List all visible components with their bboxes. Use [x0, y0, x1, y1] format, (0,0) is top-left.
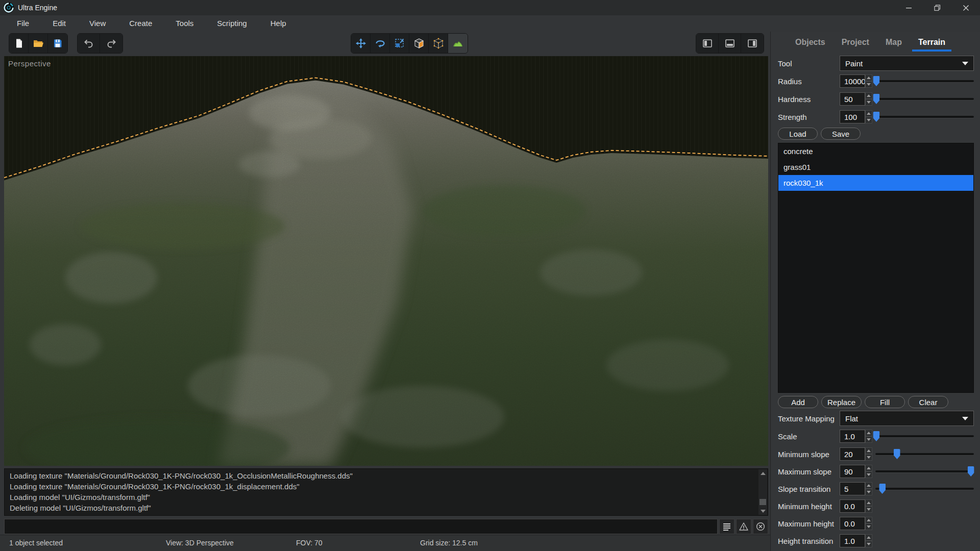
warnings-filter-button[interactable] [736, 519, 751, 534]
minimize-button[interactable] [894, 0, 923, 15]
maximum-height-spinner[interactable] [865, 517, 872, 530]
minimum-slope-input[interactable] [840, 447, 865, 461]
strength-spinner[interactable] [865, 110, 872, 123]
menu-file[interactable]: File [5, 15, 41, 32]
scale-row: Scale [778, 429, 974, 444]
minimum-height-spinner[interactable] [865, 499, 872, 513]
strength-slider[interactable] [875, 110, 974, 123]
console-log: Loading texture "Materials/Ground/Rock03… [4, 468, 768, 516]
console-line: Loading model "UI/Gizmos/transform.gltf" [10, 492, 754, 503]
status-selection: 1 object selected [9, 539, 63, 547]
tab-objects[interactable]: Objects [789, 32, 831, 53]
minimum-height-input[interactable] [840, 499, 865, 513]
texture-mapping-value: Flat [845, 414, 858, 423]
height-transition-spinner[interactable] [865, 534, 872, 547]
layer-rock030-1k[interactable]: rock030_1k [778, 175, 973, 191]
radius-spinner[interactable] [865, 74, 872, 88]
hardness-input[interactable] [840, 92, 865, 106]
console-command-input[interactable] [4, 519, 718, 534]
close-button[interactable] [951, 0, 980, 15]
slope-transition-spinner[interactable] [865, 482, 872, 495]
solid-view-button[interactable] [409, 34, 429, 53]
replace-layer-button[interactable]: Replace [821, 396, 862, 408]
terrain-paint-button[interactable] [448, 34, 468, 53]
layer-actions-row: Add Replace Fill Clear [778, 396, 974, 408]
minimum-slope-label: Minimum slope [778, 450, 840, 459]
terrain-icon [452, 38, 463, 49]
log-filter-button[interactable] [719, 519, 734, 534]
slope-transition-input[interactable] [840, 482, 865, 495]
load-save-row: Load Save [778, 128, 974, 140]
redo-button[interactable] [100, 34, 122, 53]
layer-grass01[interactable]: grass01 [778, 159, 973, 175]
console-scrollbar[interactable] [758, 469, 767, 515]
menu-edit[interactable]: Edit [41, 15, 78, 32]
errors-filter-button[interactable] [753, 519, 768, 534]
scale-slider[interactable] [875, 430, 974, 443]
viewport-3d[interactable]: Perspective [4, 56, 768, 466]
layer-concrete[interactable]: concrete [778, 143, 973, 159]
open-file-button[interactable] [29, 34, 48, 53]
chevron-down-icon [962, 417, 968, 420]
maximum-slope-spinner[interactable] [865, 465, 872, 478]
add-layer-button[interactable]: Add [778, 396, 818, 408]
viewport-label: Perspective [8, 59, 51, 68]
scroll-up-arrow[interactable] [758, 469, 767, 477]
radius-slider[interactable] [875, 74, 974, 88]
maximum-slope-input[interactable] [840, 465, 865, 478]
texture-layer-list[interactable]: concrete grass01 rock030_1k [778, 143, 974, 393]
close-icon [963, 5, 969, 11]
tab-terrain[interactable]: Terrain [912, 32, 951, 53]
undo-button[interactable] [78, 34, 100, 53]
new-file-button[interactable] [9, 34, 29, 53]
load-button[interactable]: Load [778, 128, 818, 140]
scroll-thumb[interactable] [760, 499, 766, 505]
slope-transition-slider[interactable] [875, 482, 974, 495]
minimum-slope-spinner[interactable] [865, 447, 872, 461]
scroll-down-arrow[interactable] [758, 507, 767, 515]
menu-scripting[interactable]: Scripting [205, 15, 258, 32]
layout-bottom-panel-button[interactable] [719, 34, 741, 53]
save-button[interactable] [48, 34, 67, 53]
minimize-icon [905, 5, 912, 11]
tool-dropdown[interactable]: Paint [840, 56, 974, 71]
menu-tools[interactable]: Tools [164, 15, 205, 32]
clear-layer-button[interactable]: Clear [908, 396, 948, 408]
scale-input[interactable] [840, 430, 865, 443]
hardness-slider[interactable] [875, 92, 974, 106]
minimum-slope-slider[interactable] [875, 447, 974, 461]
save-icon [52, 38, 63, 49]
height-transition-row: Height transition [778, 534, 974, 548]
scale-spinner[interactable] [865, 430, 872, 443]
layout-right-panel-button[interactable] [741, 34, 764, 53]
height-transition-input[interactable] [840, 534, 865, 547]
error-icon [756, 522, 765, 531]
app-window: Ultra Engine File Edit View Create Tools [0, 0, 980, 551]
move-icon [355, 38, 366, 49]
vertex-view-button[interactable] [429, 34, 448, 53]
save-button-panel[interactable]: Save [821, 128, 861, 140]
slope-transition-label: Slope transition [778, 485, 840, 493]
menu-help[interactable]: Help [259, 15, 298, 32]
strength-label: Strength [778, 113, 840, 121]
layout-left-icon [702, 38, 713, 49]
rotate-icon [375, 38, 386, 49]
restore-button[interactable] [923, 0, 951, 15]
strength-input[interactable] [840, 110, 865, 123]
tab-map[interactable]: Map [879, 32, 908, 53]
radius-input[interactable] [840, 74, 865, 88]
move-tool-button[interactable] [351, 34, 371, 53]
terrain-panel: Objects Project Map Terrain Tool Paint R… [770, 32, 980, 551]
menubar: File Edit View Create Tools Scripting He… [0, 15, 980, 32]
hardness-spinner[interactable] [865, 92, 872, 106]
menu-create[interactable]: Create [117, 15, 164, 32]
tab-project[interactable]: Project [836, 32, 875, 53]
menu-view[interactable]: View [78, 15, 117, 32]
texture-mapping-dropdown[interactable]: Flat [840, 411, 974, 426]
maximum-height-input[interactable] [840, 517, 865, 530]
maximum-slope-slider[interactable] [875, 465, 974, 478]
layout-left-panel-button[interactable] [696, 34, 719, 53]
scale-tool-button[interactable] [390, 34, 409, 53]
fill-layer-button[interactable]: Fill [865, 396, 905, 408]
rotate-tool-button[interactable] [371, 34, 390, 53]
